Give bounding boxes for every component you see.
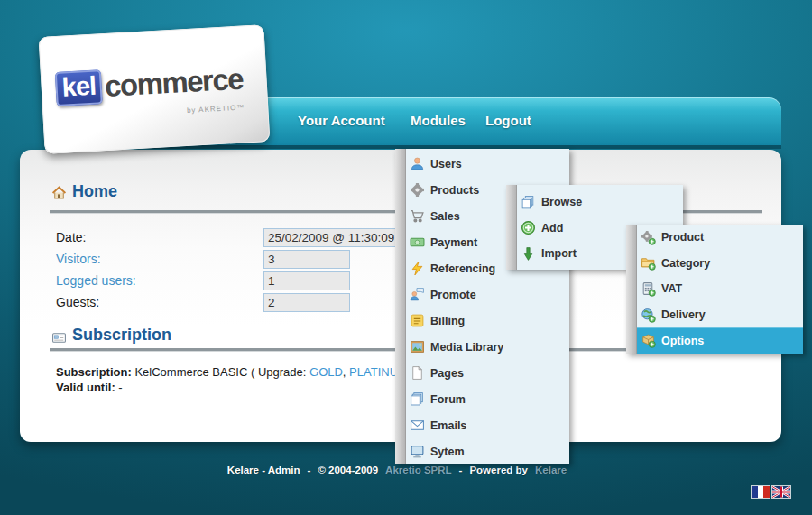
uk-flag-graphic: [772, 486, 790, 498]
logo-kel-badge: kel: [55, 69, 103, 106]
menu-item-label: Referencing: [430, 262, 495, 275]
valid-until-label: Valid until:: [56, 381, 115, 394]
logged-users-label[interactable]: Logged users:: [56, 273, 136, 288]
system-icon: [410, 444, 425, 459]
nav-item-modules[interactable]: Modules: [411, 113, 466, 128]
browse-icon: [521, 195, 536, 210]
pages-icon: [410, 365, 425, 381]
menu-item-label: Users: [430, 158, 462, 170]
flag-white-band: [758, 486, 764, 498]
menu-item-label: Forum: [430, 393, 466, 406]
add-submenu-items: ProductCategoryVATDeliveryOptions: [637, 225, 803, 354]
menu-item-label: Promote: [430, 289, 476, 301]
subscription-icon: [51, 330, 67, 345]
menu-item-delivery[interactable]: Delivery: [637, 302, 803, 328]
guests-label: Guests:: [56, 295, 99, 309]
sales-icon: [410, 208, 425, 224]
menu-item-label: Media Library: [430, 341, 503, 354]
subscription-line2: Valid until: -: [56, 380, 123, 395]
home-section-title: Home: [72, 182, 117, 201]
menu-item-label: Billing: [430, 315, 465, 327]
add-icon: [521, 220, 536, 235]
menu-item-label: Product: [661, 231, 704, 244]
submenu-left-strip: [506, 185, 517, 270]
nav-item-logout[interactable]: Logout: [485, 113, 531, 128]
date-label: Date:: [56, 230, 86, 244]
visitors-label[interactable]: Visitors:: [56, 252, 101, 266]
menu-item-label: Delivery: [661, 308, 706, 321]
import-icon: [521, 246, 536, 262]
subscription-line1: Subscription: KelCommerce BASIC ( Upgrad…: [56, 364, 408, 380]
menu-item-users[interactable]: Users: [406, 151, 569, 177]
subscription-section-title: Subscription: [72, 326, 171, 345]
kelcommerce-logo: kelcommerce: [55, 62, 244, 107]
delivery-add-icon: [641, 308, 656, 323]
referencing-icon: [410, 261, 425, 276]
nav-item-your-account[interactable]: Your Account: [298, 113, 385, 128]
menu-item-label: Pages: [430, 367, 464, 380]
menu-item-label: Import: [541, 247, 577, 260]
footer-text: -: [308, 464, 311, 475]
forum-icon: [410, 391, 425, 407]
home-icon: [51, 185, 67, 200]
users-icon: [410, 156, 425, 171]
menu-item-label: Options: [661, 335, 704, 347]
menu-item-media-library[interactable]: Media Library: [406, 334, 569, 360]
menu-item-label: Payment: [430, 236, 477, 249]
menu-item-sytem[interactable]: Sytem: [406, 438, 569, 464]
guests-input[interactable]: [263, 293, 350, 312]
footer-text: Kelare: [535, 464, 567, 475]
french-flag[interactable]: [752, 486, 770, 498]
logo-card: kelcommerce by AKRETIO™: [39, 24, 271, 154]
uk-flag[interactable]: [772, 486, 790, 498]
upgrade-link-gold[interactable]: GOLD: [309, 365, 343, 379]
media-library-icon: [410, 339, 425, 354]
vat-add-icon: [641, 281, 656, 297]
menu-item-label: Category: [661, 257, 710, 270]
footer-text: Powered by: [469, 464, 528, 475]
submenu-left-strip: [626, 225, 637, 354]
menu-item-browse[interactable]: Browse: [517, 189, 683, 216]
menu-item-label: VAT: [661, 282, 682, 295]
menu-item-category[interactable]: Category: [637, 251, 803, 277]
add-submenu: ProductCategoryVATDeliveryOptions: [626, 225, 803, 354]
emails-icon: [410, 418, 425, 433]
menu-item-label: Browse: [541, 196, 582, 208]
menu-item-label: Sales: [430, 210, 460, 223]
billing-icon: [410, 313, 425, 328]
menu-item-label: Products: [430, 184, 479, 197]
footer-text: -: [459, 464, 463, 475]
footer-credits: Kelare - Admin-© 2004-2009Akretio SPRL-P…: [0, 464, 794, 475]
menu-item-product[interactable]: Product: [637, 225, 803, 251]
menu-item-billing[interactable]: Billing: [406, 308, 569, 334]
logo-tagline: by AKRETIO™: [187, 103, 245, 115]
subscription-label: Subscription:: [56, 365, 132, 379]
menu-item-emails[interactable]: Emails: [406, 412, 569, 438]
menu-item-promote[interactable]: Promote: [406, 281, 569, 308]
footer-text: Kelare - Admin: [227, 464, 300, 475]
product-add-icon: [641, 230, 656, 245]
logo-commerce-text: commerce: [104, 62, 244, 104]
options-add-icon: [641, 333, 656, 348]
menu-left-strip: [395, 149, 406, 464]
valid-until-value: -: [115, 381, 123, 394]
flag-blue-band: [752, 486, 758, 498]
promote-icon: [410, 287, 425, 302]
products-icon: [410, 182, 425, 198]
flag-red-band: [763, 486, 770, 498]
visitors-input[interactable]: [263, 250, 350, 269]
menu-item-vat[interactable]: VAT: [637, 276, 803, 302]
category-add-icon: [641, 255, 656, 271]
menu-item-pages[interactable]: Pages: [406, 360, 569, 386]
menu-item-label: Emails: [430, 419, 466, 432]
menu-item-forum[interactable]: Forum: [406, 386, 569, 412]
menu-item-options[interactable]: Options: [637, 327, 803, 354]
payment-icon: [410, 235, 425, 250]
menu-item-label: Add: [541, 222, 563, 235]
date-input[interactable]: [263, 228, 409, 247]
footer-text: © 2004-2009: [318, 464, 378, 475]
menu-item-label: Sytem: [430, 446, 465, 458]
footer-text: Akretio SPRL: [385, 464, 452, 475]
logged-users-input[interactable]: [263, 271, 350, 290]
